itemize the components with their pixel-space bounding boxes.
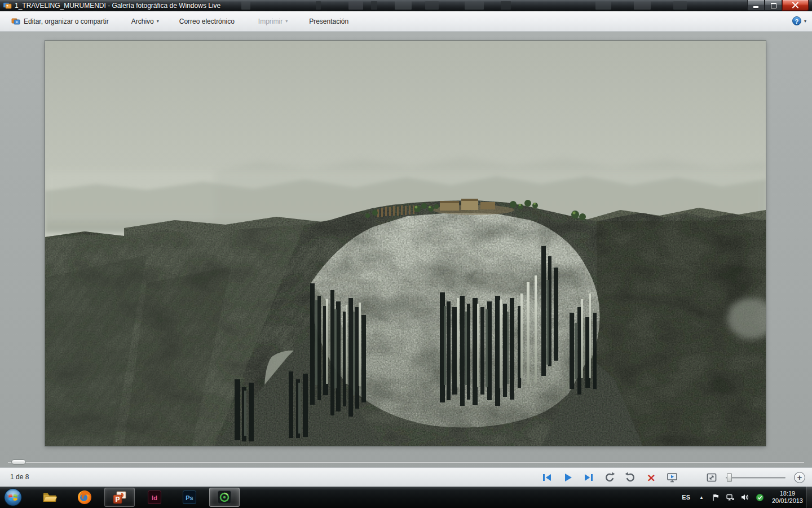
email-label: Correo electrónico: [179, 17, 235, 25]
clock-date: 20/01/2013: [772, 497, 803, 505]
previous-button[interactable]: [540, 471, 554, 484]
close-button[interactable]: [782, 0, 809, 11]
firefox-icon: [77, 489, 92, 505]
help-button[interactable]: ? ▾: [792, 16, 806, 25]
viewer-area: [0, 32, 812, 467]
slideshow-label: Presentación: [309, 17, 348, 25]
slideshow-screen-icon: [666, 471, 678, 484]
action-center-flag-icon: [711, 493, 720, 502]
play-icon: [562, 472, 573, 483]
chevron-down-icon: ▾: [804, 19, 806, 24]
photo-image: [45, 41, 766, 446]
glass-artifact: [425, 1, 439, 10]
slideshow-view-button[interactable]: [665, 471, 679, 484]
close-icon: [783, 0, 808, 10]
taskbar-item-photo-gallery[interactable]: [209, 488, 240, 507]
taskbar-item-indesign[interactable]: Id: [139, 488, 170, 507]
window-controls: [747, 0, 809, 11]
fit-to-window-icon: [705, 471, 718, 484]
minimize-icon: [753, 6, 758, 8]
play-slideshow-button[interactable]: [561, 471, 575, 484]
rotate-left-button[interactable]: [603, 471, 616, 484]
indesign-label: Id: [152, 494, 157, 501]
green-app-icon: [217, 489, 232, 505]
photoshop-icon: Ps: [182, 489, 197, 505]
network-status-button[interactable]: [726, 493, 735, 502]
edit-organize-share-button[interactable]: Editar, organizar o compartir: [8, 15, 112, 28]
glass-artifact: [348, 1, 363, 10]
playback-controls: × +: [540, 468, 806, 487]
taskbar-item-powerpoint[interactable]: P: [104, 488, 135, 507]
gallery-icon: [11, 17, 20, 26]
show-hidden-icons-button[interactable]: ▲: [697, 494, 706, 501]
chevron-down-icon: ▾: [157, 19, 159, 24]
volume-button[interactable]: [740, 493, 750, 502]
command-bar: Editar, organizar o compartir Archivo ▾ …: [0, 11, 812, 32]
window-icon[interactable]: [3, 1, 12, 10]
indesign-icon: Id: [147, 489, 162, 505]
glass-artifact: [501, 1, 511, 10]
powerpoint-icon: P: [112, 489, 127, 505]
help-icon: ?: [792, 16, 801, 25]
taskbar-item-explorer[interactable]: [34, 488, 65, 507]
zoom-in-button[interactable]: +: [793, 471, 806, 484]
file-menu-button[interactable]: Archivo ▾: [128, 15, 162, 28]
delete-button[interactable]: ×: [645, 471, 658, 484]
desktop: 1_TRAVELING_MURUMENDI - Galería fotográf…: [0, 0, 812, 508]
display-size-button[interactable]: [705, 471, 718, 484]
file-menu-label: Archivo: [131, 17, 154, 25]
rotate-right-button[interactable]: [624, 471, 637, 484]
window-title: 1_TRAVELING_MURUMENDI - Galería fotográf…: [15, 2, 220, 10]
next-icon: [583, 472, 594, 483]
glass-artifact: [371, 1, 377, 10]
volume-icon: [740, 493, 749, 502]
edit-organize-share-label: Editar, organizar o compartir: [24, 17, 109, 25]
start-button[interactable]: [3, 488, 23, 507]
zoom-slider: [726, 472, 785, 483]
taskbar: P Id Ps: [0, 487, 812, 508]
taskbar-item-firefox[interactable]: [69, 488, 100, 507]
print-menu-button[interactable]: Imprimir ▾: [255, 15, 291, 28]
system-tray: ES ▲: [680, 487, 805, 508]
glass-artifact: [634, 1, 651, 10]
photo-view[interactable]: [45, 41, 766, 446]
glass-artifact: [241, 1, 250, 10]
glass-artifact: [465, 1, 484, 10]
glass-artifact: [595, 1, 611, 10]
action-center-button[interactable]: [711, 493, 721, 502]
rotate-right-icon: [624, 471, 637, 484]
minimize-button[interactable]: [747, 0, 765, 11]
clock[interactable]: 18:19 20/01/2013: [770, 487, 805, 508]
timeline-scrubber: [8, 459, 804, 466]
antivirus-icon: [756, 493, 764, 502]
delete-icon: ×: [647, 472, 656, 483]
powerpoint-label: P: [115, 496, 120, 503]
image-counter: 1 de 8: [10, 473, 29, 481]
folder-icon: [42, 489, 58, 505]
antivirus-tray-button[interactable]: [755, 493, 765, 502]
clock-time: 18:19: [780, 490, 796, 497]
photoshop-label: Ps: [186, 494, 193, 501]
timeline-track[interactable]: [8, 462, 804, 462]
glass-artifact: [673, 1, 687, 10]
taskbar-item-photoshop[interactable]: Ps: [174, 488, 205, 507]
zoom-slider-track[interactable]: [726, 477, 785, 479]
slideshow-button[interactable]: Presentación: [306, 15, 352, 28]
playback-bar: 1 de 8: [0, 467, 812, 487]
rotate-left-icon: [603, 471, 616, 484]
next-button[interactable]: [582, 471, 595, 484]
language-indicator[interactable]: ES: [680, 493, 692, 502]
timeline-handle[interactable]: [11, 459, 26, 465]
window-titlebar: 1_TRAVELING_MURUMENDI - Galería fotográf…: [0, 0, 812, 11]
taskbar-buttons: P Id Ps: [34, 487, 240, 508]
maximize-icon: [771, 3, 776, 8]
network-icon: [726, 493, 735, 502]
chevron-down-icon: ▾: [285, 19, 288, 24]
zoom-slider-handle[interactable]: [727, 473, 732, 482]
show-desktop-button[interactable]: [806, 487, 812, 508]
glass-artifact: [395, 1, 412, 10]
email-button[interactable]: Correo electrónico: [176, 15, 238, 28]
maximize-button[interactable]: [765, 0, 782, 11]
print-label: Imprimir: [258, 17, 283, 25]
zoom-in-icon: +: [794, 472, 805, 483]
